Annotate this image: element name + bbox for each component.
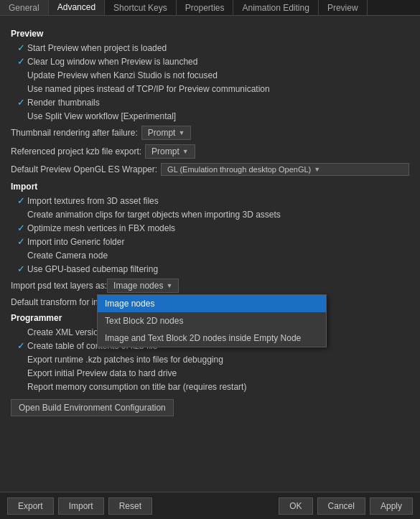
preview-item-render-thumbnails[interactable]: ✓ Render thumbnails	[11, 97, 409, 108]
cancel-button[interactable]: Cancel	[317, 497, 365, 515]
preview-item-start[interactable]: ✓ Start Preview when project is loaded	[11, 42, 409, 53]
checkmark-camera: ✓	[14, 250, 27, 261]
preview-section-header: Preview	[11, 29, 409, 39]
preview-item-named-pipes[interactable]: ✓ Use named pipes instead of TCP/IP for …	[11, 83, 409, 94]
checkmark-export-runtime: ✓	[14, 354, 27, 365]
main-content: Preview ✓ Start Preview when project is …	[0, 16, 420, 492]
tab-animation-editing[interactable]: Animation Editing	[233, 0, 318, 15]
import-psd-label: Import psd text layers as:	[11, 281, 107, 291]
thumbnail-arrow-icon: ▼	[178, 129, 185, 136]
import-section-header: Import	[11, 182, 409, 192]
import-label-camera: Create Camera node	[27, 251, 108, 261]
programmer-label-export-runtime: Export runtime .kzb patches into files f…	[27, 355, 223, 365]
checkmark-animation: ✓	[14, 209, 27, 220]
popup-item-image-nodes[interactable]: Image nodes	[98, 295, 326, 312]
tab-properties[interactable]: Properties	[177, 0, 234, 15]
referenced-value: Prompt	[151, 146, 179, 156]
checkmark-export-initial: ✓	[14, 368, 27, 378]
programmer-label-xml: Create XML version (	[27, 327, 108, 337]
tab-general[interactable]: General	[0, 0, 49, 15]
import-item-gpu[interactable]: ✓ Use GPU-based cubemap filtering	[11, 263, 409, 274]
apply-button[interactable]: Apply	[370, 497, 413, 515]
default-transform-label: Default transform for imp	[11, 297, 106, 307]
import-item-optimize[interactable]: ✓ Optimize mesh vertices in FBX models	[11, 223, 409, 233]
checkmark-render-thumbnails: ✓	[14, 97, 27, 108]
opengl-value: GL (Emulation through desktop OpenGL)	[167, 165, 311, 174]
checkmark-generic: ✓	[14, 236, 27, 247]
export-button[interactable]: Export	[7, 497, 54, 515]
checkmark-report-memory: ✓	[14, 381, 27, 392]
import-psd-value: Image nodes	[113, 281, 163, 291]
import-label-gpu: Use GPU-based cubemap filtering	[27, 264, 158, 274]
opengl-dropdown[interactable]: GL (Emulation through desktop OpenGL) ▼	[161, 163, 409, 176]
checkmark-gpu: ✓	[14, 263, 27, 274]
tab-shortcut-keys[interactable]: Shortcut Keys	[105, 0, 177, 15]
checkmark-optimize: ✓	[14, 223, 27, 233]
bottom-bar: Export Import Reset OK Cancel Apply	[0, 492, 420, 519]
thumbnail-dropdown[interactable]: Prompt ▼	[141, 126, 192, 140]
reset-button[interactable]: Reset	[108, 497, 152, 515]
checkmark-named-pipes: ✓	[14, 83, 27, 94]
thumbnail-value: Prompt	[148, 128, 176, 138]
import-psd-arrow-icon: ▼	[166, 282, 172, 289]
programmer-label-report-memory: Report memory consumption on title bar (…	[27, 382, 246, 392]
checkmark-split-view: ✓	[14, 111, 27, 121]
preview-label-render-thumbnails: Render thumbnails	[27, 98, 100, 108]
checkmark-start: ✓	[14, 42, 27, 53]
preview-label-start: Start Preview when project is loaded	[27, 43, 167, 53]
import-label-optimize: Optimize mesh vertices in FBX models	[27, 223, 175, 233]
checkmark-import-textures: ✓	[14, 195, 27, 206]
preview-item-clear-log[interactable]: ✓ Clear Log window when Preview is launc…	[11, 56, 409, 67]
preview-label-clear-log: Clear Log window when Preview is launche…	[27, 57, 197, 67]
import-psd-row: Import psd text layers as: Image nodes ▼…	[11, 279, 409, 293]
import-label-textures: Import textures from 3D asset files	[27, 196, 159, 206]
import-label-animation: Create animation clips for target object…	[27, 210, 281, 220]
import-psd-popup: Image nodes Text Block 2D nodes Image an…	[97, 294, 327, 347]
import-psd-dropdown[interactable]: Image nodes ▼	[107, 279, 179, 293]
import-item-textures[interactable]: ✓ Import textures from 3D asset files	[11, 195, 409, 206]
opengl-arrow-icon: ▼	[314, 166, 320, 173]
import-item-generic[interactable]: ✓ Import into Generic folder	[11, 236, 409, 247]
programmer-item-export-runtime[interactable]: ✓ Export runtime .kzb patches into files…	[11, 354, 409, 365]
tab-bar: General Advanced Shortcut Keys Propertie…	[0, 0, 420, 16]
thumbnail-row: Thumbnail rendering after failure: Promp…	[11, 126, 409, 140]
programmer-item-report-memory[interactable]: ✓ Report memory consumption on title bar…	[11, 381, 409, 392]
referenced-arrow-icon: ▼	[182, 148, 189, 155]
checkmark-update: ✓	[14, 70, 27, 80]
referenced-label: Referenced project kzb file export:	[11, 146, 141, 156]
tab-advanced[interactable]: Advanced	[49, 0, 105, 15]
preview-item-update[interactable]: ✓ Update Preview when Kanzi Studio is no…	[11, 70, 409, 80]
import-button[interactable]: Import	[58, 497, 104, 515]
popup-item-image-and-text[interactable]: Image and Text Block 2D nodes inside Emp…	[98, 329, 326, 347]
opengl-row: Default Preview OpenGL ES Wrapper: GL (E…	[11, 163, 409, 176]
referenced-row: Referenced project kzb file export: Prom…	[11, 144, 409, 159]
checkmark-table: ✓	[14, 340, 27, 351]
ok-button[interactable]: OK	[279, 497, 312, 515]
tab-preview[interactable]: Preview	[319, 0, 368, 15]
opengl-label: Default Preview OpenGL ES Wrapper:	[11, 164, 157, 174]
programmer-label-export-initial: Export initial Preview data to hard driv…	[27, 368, 177, 378]
programmer-item-export-initial[interactable]: ✓ Export initial Preview data to hard dr…	[11, 368, 409, 378]
checkmark-clear-log: ✓	[14, 56, 27, 67]
referenced-dropdown[interactable]: Prompt ▼	[145, 144, 195, 159]
popup-item-text-block-2d[interactable]: Text Block 2D nodes	[98, 312, 326, 329]
preview-label-named-pipes: Use named pipes instead of TCP/IP for Pr…	[27, 84, 270, 94]
preview-label-update: Update Preview when Kanzi Studio is not …	[27, 70, 218, 80]
open-build-btn[interactable]: Open Build Environment Configuration	[11, 399, 174, 416]
import-label-generic: Import into Generic folder	[27, 237, 124, 247]
import-item-camera[interactable]: ✓ Create Camera node	[11, 250, 409, 261]
checkmark-xml: ✓	[14, 327, 27, 337]
import-item-animation[interactable]: ✓ Create animation clips for target obje…	[11, 209, 409, 220]
preview-label-split-view: Use Split View workflow [Experimental]	[27, 111, 176, 121]
thumbnail-label: Thumbnail rendering after failure:	[11, 128, 138, 138]
preview-item-split-view[interactable]: ✓ Use Split View workflow [Experimental]	[11, 111, 409, 121]
